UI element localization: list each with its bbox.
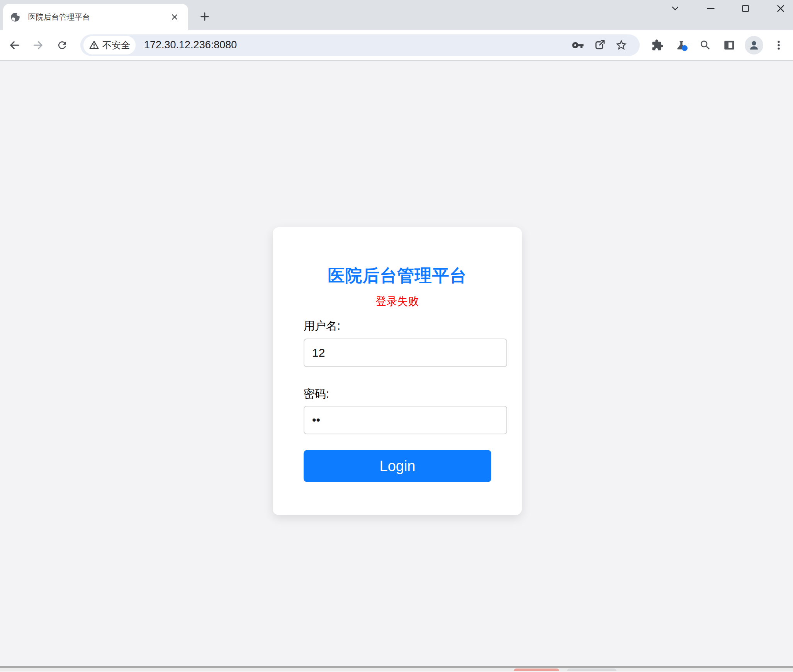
share-icon (593, 39, 606, 51)
security-chip[interactable]: 不安全 (83, 36, 136, 54)
background-red-element (514, 669, 559, 671)
close-icon (776, 3, 786, 14)
new-tab-button[interactable] (198, 10, 212, 24)
window-maximize-button[interactable] (740, 3, 751, 14)
notification-dot (682, 45, 688, 51)
back-button[interactable] (7, 37, 22, 53)
username-label: 用户名: (304, 318, 491, 333)
bookmark-button[interactable] (613, 37, 630, 54)
forward-button[interactable] (31, 37, 46, 53)
toolbar-right-icons (649, 36, 787, 54)
page-content: 医院后台管理平台 登录失败 用户名: 密码: Login (0, 61, 793, 666)
kebab-menu-icon (773, 39, 785, 51)
reload-button[interactable] (54, 37, 70, 53)
login-card: 医院后台管理平台 登录失败 用户名: 密码: Login (273, 227, 522, 515)
forward-arrow-icon (32, 39, 44, 51)
password-label: 密码: (304, 386, 491, 401)
key-icon (572, 39, 584, 51)
background-window-strip (0, 668, 793, 671)
tab-strip: 医院后台管理平台 (0, 0, 793, 30)
back-arrow-icon (8, 39, 20, 51)
username-input[interactable] (304, 339, 507, 367)
window-close-button[interactable] (776, 3, 786, 14)
login-error-message: 登录失败 (273, 294, 522, 308)
address-bar[interactable]: 不安全 172.30.12.236:8080 (80, 34, 640, 56)
extensions-button[interactable] (649, 37, 666, 54)
maximize-icon (740, 3, 751, 14)
side-panel-button[interactable] (721, 37, 738, 54)
plus-icon (199, 11, 210, 22)
warning-triangle-icon (89, 40, 99, 50)
share-button[interactable] (591, 37, 608, 54)
login-button[interactable]: Login (304, 450, 491, 482)
tab-close-icon[interactable] (168, 10, 181, 24)
window-minimize-button[interactable] (706, 3, 716, 14)
minimize-icon (706, 3, 716, 14)
globe-favicon-icon (10, 12, 20, 22)
password-input[interactable] (304, 406, 507, 434)
url-text: 172.30.12.236:8080 (144, 39, 237, 51)
browser-menu-button[interactable] (770, 37, 787, 54)
window-restore-down-button[interactable] (670, 3, 680, 14)
experiments-button[interactable] (673, 37, 690, 54)
login-form: 用户名: 密码: Login (273, 318, 522, 482)
person-icon (748, 39, 760, 51)
password-manager-button[interactable] (569, 37, 586, 54)
browser-window: 医院后台管理平台 (0, 0, 793, 672)
background-gray-element (567, 669, 616, 671)
browser-toolbar: 不安全 172.30.12.236:8080 (0, 30, 793, 61)
star-icon (615, 39, 628, 51)
search-button[interactable] (697, 37, 714, 54)
puzzle-icon (651, 39, 664, 51)
browser-tab[interactable]: 医院后台管理平台 (3, 4, 188, 30)
search-icon (699, 39, 711, 51)
omnibox-icons (569, 37, 630, 54)
profile-avatar[interactable] (745, 36, 763, 54)
chevron-down-icon (670, 3, 680, 14)
tab-title: 医院后台管理平台 (28, 12, 168, 22)
security-chip-label: 不安全 (102, 39, 130, 51)
reload-icon (56, 39, 68, 51)
side-panel-icon (723, 39, 735, 51)
page-title: 医院后台管理平台 (273, 267, 522, 284)
